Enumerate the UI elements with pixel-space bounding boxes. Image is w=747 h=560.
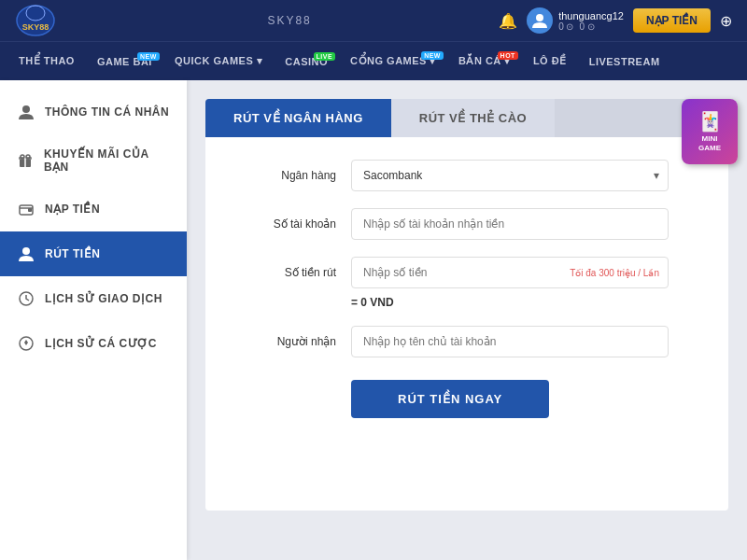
wallet-icon — [17, 200, 35, 218]
nav-bar: THỂ THAO GAME BÀI NEW QUICK GAMES ▾ CASI… — [0, 41, 747, 80]
svg-point-4 — [22, 105, 30, 113]
svg-point-3 — [536, 14, 543, 21]
sidebar-item-thongtin[interactable]: THÔNG TIN CÁ NHÂN — [0, 90, 187, 134]
nav-item-quickgames[interactable]: QUICK GAMES ▾ — [165, 49, 272, 73]
tab-bar: RÚT VỀ NGÂN HÀNG RÚT VỀ THẺ CÀO — [205, 99, 728, 137]
gift-icon — [17, 151, 35, 170]
history-icon — [17, 289, 35, 308]
nav-item-banca[interactable]: BẮN CÁ ▾ HOT — [449, 49, 520, 73]
svg-marker-16 — [24, 340, 28, 345]
badge-new-gamebai: NEW — [137, 52, 160, 61]
soccer-icon — [17, 334, 35, 353]
nap-tien-button[interactable]: NẠP TIỀN — [633, 8, 711, 33]
mini-game-label: MINIGAME — [698, 134, 721, 154]
bank-select-wrapper: Sacombank Vietcombank Techcombank BIDV ▾ — [351, 160, 669, 191]
nav-item-conggames[interactable]: CỔNG GAMES ▾ NEW — [341, 49, 445, 73]
badge-live-casino: LIVE — [314, 52, 336, 61]
account-row: Số tài khoản — [233, 208, 700, 240]
content-area: RÚT VỀ NGÂN HÀNG RÚT VỀ THẺ CÀO Ngân hàn… — [187, 80, 747, 560]
amount-wrapper: Tối đa 300 triệu / Lần — [351, 257, 669, 288]
amount-row: Số tiền rút Tối đa 300 triệu / Lần — [233, 257, 700, 288]
balance-gold: 0 ⊙ — [558, 21, 573, 32]
badge-hot-banca: HOT — [498, 51, 518, 60]
account-input[interactable] — [351, 208, 669, 240]
avatar — [527, 7, 553, 34]
sidebar-item-naptien[interactable]: NẠP TIỀN — [0, 187, 187, 231]
user-icon — [17, 103, 35, 121]
balance-silver: 0 ⊙ — [579, 21, 594, 32]
sidebar-item-lichsugiaodich[interactable]: LỊCH SỬ GIAO DỊCH — [0, 276, 187, 321]
bank-row: Ngân hàng Sacombank Vietcombank Techcomb… — [233, 160, 700, 191]
mini-game-promo[interactable]: 🃏 MINIGAME — [682, 99, 738, 164]
amount-note: = 0 VND — [351, 296, 700, 309]
user-info: thunguancg12 0 ⊙ 0 ⊙ — [527, 7, 624, 34]
username: thunguancg12 — [558, 10, 624, 21]
submit-button[interactable]: RÚT TIỀN NGAY — [351, 380, 549, 418]
recipient-input[interactable] — [351, 326, 669, 357]
tab-rut-ngan-hang[interactable]: RÚT VỀ NGÂN HÀNG — [205, 99, 391, 137]
sidebar-item-khuyenmai[interactable]: KHUYẾN MÃI CỦA BẠN — [0, 134, 187, 187]
nav-item-thethao[interactable]: THỂ THAO — [9, 49, 84, 73]
recipient-label: Người nhận — [233, 335, 336, 348]
svg-text:SKY88: SKY88 — [22, 22, 49, 32]
form-area: Ngân hàng Sacombank Vietcombank Techcomb… — [205, 137, 728, 511]
bank-select[interactable]: Sacombank Vietcombank Techcombank BIDV — [351, 160, 669, 191]
bank-label: Ngân hàng — [233, 169, 336, 182]
recipient-row: Người nhận — [233, 326, 700, 357]
top-bar-right: 🔔 thunguancg12 0 ⊙ 0 ⊙ NẠP TIỀN ⊕ — [499, 7, 732, 34]
site-name: SKY88 — [267, 14, 311, 27]
amount-input[interactable] — [351, 257, 669, 288]
bell-icon[interactable]: 🔔 — [499, 12, 517, 30]
sidebar-item-lichsucacuoc[interactable]: LỊCH SỬ CÁ CƯỢC — [0, 321, 187, 366]
account-label: Số tài khoản — [233, 217, 336, 231]
settings-icon[interactable]: ⊕ — [720, 12, 732, 30]
sidebar: THÔNG TIN CÁ NHÂN KHUYẾN MÃI CỦA BẠN NẠP… — [0, 80, 187, 560]
tab-rut-the-cao[interactable]: RÚT VỀ THẺ CÀO — [391, 99, 555, 137]
cards-icon: 🃏 — [698, 110, 722, 133]
logo[interactable]: SKY88 — [15, 4, 80, 37]
top-bar: SKY88 SKY88 🔔 thunguancg12 0 ⊙ 0 ⊙ NẠP T… — [0, 0, 747, 41]
main-content: THÔNG TIN CÁ NHÂN KHUYẾN MÃI CỦA BẠN NẠP… — [0, 80, 747, 560]
nav-item-lode[interactable]: LÔ ĐỀ — [524, 49, 576, 73]
badge-new-conggames: NEW — [421, 51, 444, 60]
user-name-balance: thunguancg12 0 ⊙ 0 ⊙ — [558, 10, 624, 32]
nav-item-casino[interactable]: CASINO LIVE — [275, 50, 337, 73]
sidebar-item-ruttien[interactable]: RÚT TIỀN — [0, 231, 187, 276]
svg-point-13 — [22, 247, 30, 255]
withdraw-icon — [17, 245, 35, 263]
nav-item-livestream[interactable]: LIVESTREAM — [580, 50, 669, 73]
amount-label: Số tiền rút — [233, 266, 336, 279]
nav-item-gamebai[interactable]: GAME BÀI NEW — [88, 50, 162, 73]
